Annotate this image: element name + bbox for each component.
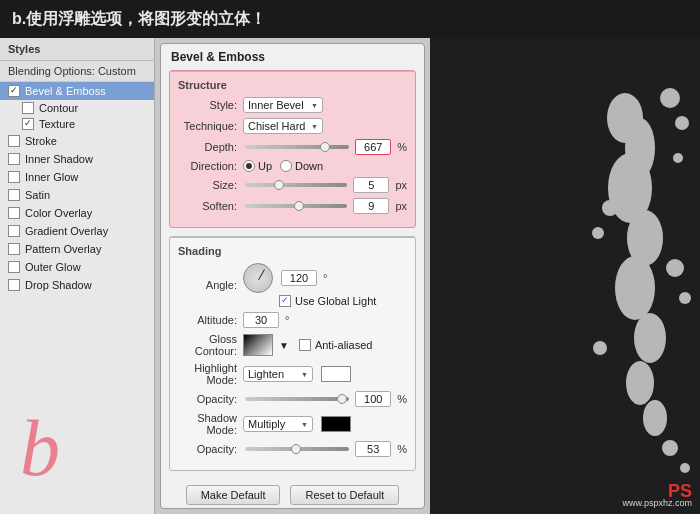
styles-title: Styles [0,38,154,61]
drop-shadow-label: Drop Shadow [25,279,92,291]
depth-control: % [243,139,407,155]
style-control: Inner Bevel [243,97,407,113]
radio-up[interactable] [243,160,255,172]
svg-point-18 [680,463,690,473]
sidebar-item-stroke[interactable]: Stroke [0,132,154,150]
blending-options[interactable]: Blending Options: Custom [0,61,154,82]
banner-text: b.使用浮雕选项，将图形变的立体！ [12,9,266,30]
soften-input[interactable] [353,198,389,214]
anti-aliased-checkbox[interactable] [299,339,311,351]
technique-label: Technique: [178,120,243,132]
gloss-label: Gloss Contour: [178,333,243,357]
style-dropdown[interactable]: Inner Bevel [243,97,323,113]
altitude-label: Altitude: [178,314,243,326]
shadow-row: Shadow Mode: Multiply [178,412,407,436]
svg-point-10 [675,116,689,130]
sidebar-item-bevel-emboss[interactable]: Bevel & Emboss [0,82,154,100]
size-unit: px [395,179,407,191]
blob-shape [430,38,700,514]
ps-site: www.pspxhz.com [622,498,692,508]
style-label: Style: [178,99,243,111]
angle-dial[interactable] [243,263,273,293]
altitude-input[interactable] [243,312,279,328]
sidebar-item-satin[interactable]: Satin [0,186,154,204]
svg-point-14 [666,259,684,277]
contour-checkbox[interactable] [22,102,34,114]
sidebar-item-drop-shadow[interactable]: Drop Shadow [0,276,154,294]
gradient-overlay-checkbox[interactable] [8,225,20,237]
svg-point-16 [593,341,607,355]
svg-point-15 [679,292,691,304]
direction-up[interactable]: Up [243,160,272,172]
sidebar-item-inner-shadow[interactable]: Inner Shadow [0,150,154,168]
drop-shadow-checkbox[interactable] [8,279,20,291]
opacity2-row: Opacity: % [178,441,407,457]
size-row: Size: px [178,177,407,193]
soften-slider[interactable] [245,204,347,208]
opacity2-slider[interactable] [245,447,349,451]
satin-checkbox[interactable] [8,189,20,201]
opacity2-input[interactable] [355,441,391,457]
inner-shadow-checkbox[interactable] [8,153,20,165]
letter-b: b [20,403,60,494]
altitude-unit: ° [285,314,289,326]
depth-row: Depth: % [178,139,407,155]
direction-row: Direction: Up Down [178,160,407,172]
technique-dropdown[interactable]: Chisel Hard [243,118,323,134]
sidebar-item-gradient-overlay[interactable]: Gradient Overlay [0,222,154,240]
highlight-label: Highlight Mode: [178,362,243,386]
depth-slider[interactable] [245,145,349,149]
contour-preview[interactable] [243,334,273,356]
dialog-panel: Bevel & Emboss Structure Style: Inner Be… [160,43,425,509]
sidebar-item-color-overlay[interactable]: Color Overlay [0,204,154,222]
sidebar-item-outer-glow[interactable]: Outer Glow [0,258,154,276]
contour-label: Contour [39,102,78,114]
reset-to-default-button[interactable]: Reset to Default [290,485,399,505]
stroke-checkbox[interactable] [8,135,20,147]
sidebar-item-texture[interactable]: Texture [0,116,154,132]
sidebar-item-contour[interactable]: Contour [0,100,154,116]
stroke-label: Stroke [25,135,57,147]
top-banner: b.使用浮雕选项，将图形变的立体！ [0,0,700,38]
opacity1-row: Opacity: % [178,391,407,407]
inner-shadow-label: Inner Shadow [25,153,93,165]
radio-down[interactable] [280,160,292,172]
soften-control: px [243,198,407,214]
texture-checkbox[interactable] [22,118,34,130]
shading-section: Shading Angle: ° Use Global Light [169,236,416,471]
size-input[interactable] [353,177,389,193]
highlight-color-swatch[interactable] [321,366,351,382]
global-light-checkbox[interactable] [279,295,291,307]
satin-label: Satin [25,189,50,201]
shadow-color-swatch[interactable] [321,416,351,432]
make-default-button[interactable]: Make Default [186,485,281,505]
pattern-overlay-checkbox[interactable] [8,243,20,255]
svg-point-9 [660,88,680,108]
inner-glow-checkbox[interactable] [8,171,20,183]
size-slider[interactable] [245,183,347,187]
soften-label: Soften: [178,200,243,212]
down-label: Down [295,160,323,172]
contour-arrow[interactable]: ▼ [279,340,289,351]
depth-input[interactable] [355,139,391,155]
color-overlay-checkbox[interactable] [8,207,20,219]
gradient-overlay-label: Gradient Overlay [25,225,108,237]
soften-row: Soften: px [178,198,407,214]
structure-section: Structure Style: Inner Bevel Technique: … [169,70,416,228]
opacity2-control: % [243,441,407,457]
outer-glow-checkbox[interactable] [8,261,20,273]
opacity1-input[interactable] [355,391,391,407]
global-light-label: Use Global Light [295,295,376,307]
bevel-emboss-label: Bevel & Emboss [25,85,106,97]
angle-input[interactable] [281,270,317,286]
sidebar-item-pattern-overlay[interactable]: Pattern Overlay [0,240,154,258]
direction-label: Direction: [178,160,243,172]
opacity1-slider[interactable] [245,397,349,401]
bevel-emboss-checkbox[interactable] [8,85,20,97]
sidebar-item-inner-glow[interactable]: Inner Glow [0,168,154,186]
highlight-dropdown[interactable]: Lighten [243,366,313,382]
direction-down[interactable]: Down [280,160,323,172]
svg-point-12 [602,200,618,216]
gloss-row: Gloss Contour: ▼ Anti-aliased [178,333,407,357]
shadow-dropdown[interactable]: Multiply [243,416,313,432]
